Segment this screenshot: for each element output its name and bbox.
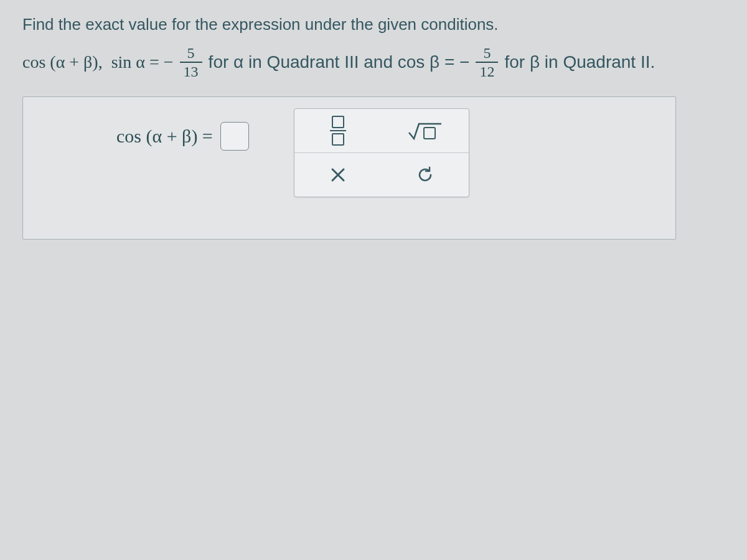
question-page: Find the exact value for the expression … bbox=[0, 0, 747, 254]
frac2-den: 12 bbox=[476, 64, 498, 79]
answer-expression: cos (α + β) = bbox=[116, 122, 249, 151]
reset-icon bbox=[416, 166, 435, 184]
expr-mid2: for β in Quadrant II. bbox=[504, 52, 655, 72]
answer-input[interactable] bbox=[220, 122, 249, 151]
math-palette bbox=[294, 108, 469, 197]
frac1-den: 13 bbox=[180, 64, 202, 79]
frac1-num: 5 bbox=[184, 45, 199, 60]
svg-rect-0 bbox=[424, 128, 435, 139]
fraction-icon bbox=[330, 116, 346, 146]
fraction-5-13: 5 13 bbox=[180, 45, 202, 79]
frac2-bar bbox=[476, 62, 498, 63]
fraction-tool-button[interactable] bbox=[304, 114, 372, 147]
sqrt-icon bbox=[408, 120, 443, 141]
expr-mid1: for α in Quadrant III and cos β = − bbox=[209, 52, 470, 72]
palette-row-2 bbox=[294, 152, 469, 197]
reset-button[interactable] bbox=[391, 158, 459, 192]
prompt-title: Find the exact value for the expression … bbox=[22, 15, 725, 34]
fraction-5-12: 5 12 bbox=[476, 45, 498, 79]
expr-lead: cos (α + β), sin α = − bbox=[22, 52, 174, 72]
close-palette-button[interactable] bbox=[304, 158, 372, 192]
answer-label: cos (α + β) = bbox=[116, 126, 213, 147]
close-icon bbox=[330, 167, 346, 183]
sqrt-tool-button[interactable] bbox=[391, 114, 459, 147]
answer-panel: cos (α + β) = bbox=[22, 96, 676, 240]
given-conditions: cos (α + β), sin α = − 5 13 for α in Qua… bbox=[22, 45, 725, 79]
frac2-num: 5 bbox=[479, 45, 494, 60]
palette-row-1 bbox=[294, 109, 469, 152]
frac1-bar bbox=[180, 62, 202, 63]
